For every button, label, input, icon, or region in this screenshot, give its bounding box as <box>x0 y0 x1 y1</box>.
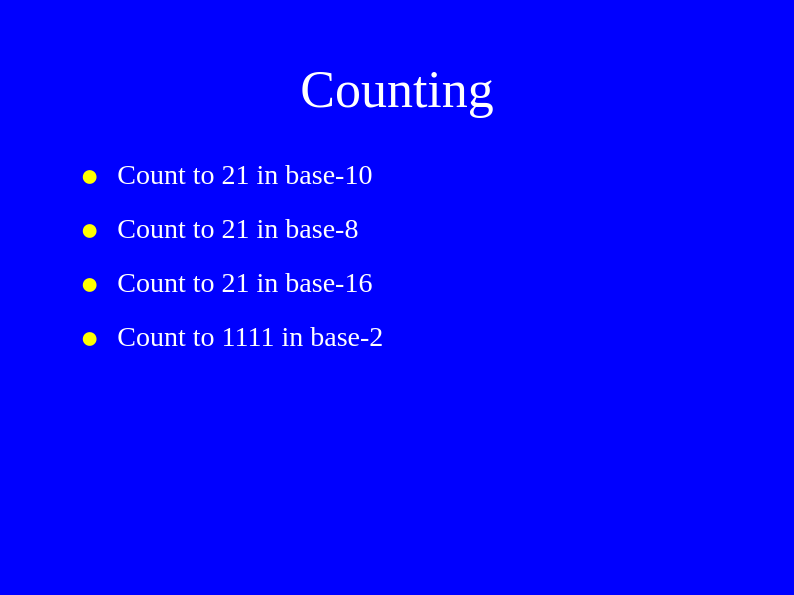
bullet-text-1: Count to 21 in base-10 <box>117 159 372 191</box>
list-item: ● Count to 21 in base-8 <box>80 213 794 245</box>
bullet-dot-2: ● <box>80 213 99 245</box>
bullet-list: ● Count to 21 in base-10 ● Count to 21 i… <box>0 159 794 375</box>
bullet-text-3: Count to 21 in base-16 <box>117 267 372 299</box>
list-item: ● Count to 21 in base-16 <box>80 267 794 299</box>
bullet-dot-3: ● <box>80 267 99 299</box>
bullet-text-4: Count to 1111 in base-2 <box>117 321 383 353</box>
bullet-dot-4: ● <box>80 321 99 353</box>
bullet-text-2: Count to 21 in base-8 <box>117 213 358 245</box>
list-item: ● Count to 21 in base-10 <box>80 159 794 191</box>
list-item: ● Count to 1111 in base-2 <box>80 321 794 353</box>
slide-title: Counting <box>300 60 494 119</box>
bullet-dot-1: ● <box>80 159 99 191</box>
